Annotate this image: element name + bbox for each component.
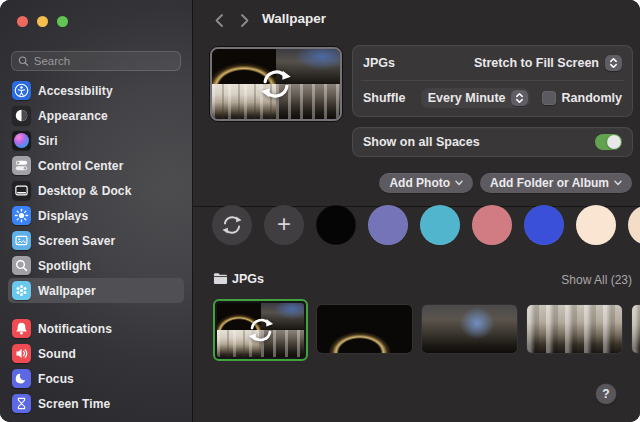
thumb-quadrant	[217, 330, 261, 357]
shuffle-popup-button	[511, 90, 528, 106]
show-on-all-spaces-toggle[interactable]	[595, 134, 622, 150]
wallpaper-icon	[12, 281, 31, 300]
sidebar-item-notifications[interactable]: Notifications	[8, 316, 184, 341]
chevron-down-icon	[455, 180, 463, 186]
sidebar-item-label: Appearance	[38, 109, 108, 123]
wallpaper-thumbnail[interactable]	[422, 305, 517, 353]
color-swatch-black[interactable]	[316, 205, 356, 245]
sidebar-item-label: Siri	[38, 134, 58, 148]
color-swatch-cream[interactable]	[576, 205, 616, 245]
add-folder-label: Add Folder or Album	[490, 176, 609, 190]
close-window-button[interactable]	[17, 16, 28, 27]
sidebar-item-label: Notifications	[38, 322, 112, 336]
thumbnail-image	[217, 303, 304, 357]
wallpaper-pane: Wallpaper JPGs	[193, 0, 640, 422]
sidebar-item-desktop-dock[interactable]: Desktop & Dock	[8, 178, 184, 203]
sidebar-item-label: Screen Saver	[38, 234, 115, 248]
search-input[interactable]	[34, 55, 174, 67]
wallpaper-thumbnail[interactable]	[317, 305, 412, 353]
shuffle-label: Shuffle	[363, 91, 405, 105]
sound-icon	[12, 344, 31, 363]
fill-mode-popup-button[interactable]	[605, 55, 622, 71]
sidebar-list: Accessibility Appearance Siri Co	[8, 78, 184, 416]
notifications-icon	[12, 319, 31, 338]
fill-mode-value[interactable]: Stretch to Fill Screen	[474, 56, 599, 70]
add-color-button[interactable]: +	[264, 205, 304, 245]
system-settings-app: Accessibility Appearance Siri Co	[0, 0, 640, 422]
preview-quadrant	[212, 84, 276, 119]
color-swatch-blue[interactable]	[524, 205, 564, 245]
sidebar-item-label: Spotlight	[38, 259, 91, 273]
chevron-down-icon	[614, 180, 622, 186]
sidebar-item-label: Screen Time	[38, 397, 110, 411]
sidebar-item-accessibility[interactable]: Accessibility	[8, 78, 184, 103]
up-down-chevrons-icon	[609, 57, 618, 69]
sidebar-item-displays[interactable]: Displays	[8, 203, 184, 228]
randomly-checkbox[interactable]	[542, 91, 556, 105]
thumb-quadrant	[261, 303, 305, 330]
help-button[interactable]: ?	[596, 384, 616, 404]
spotlight-icon	[12, 256, 31, 275]
desktop-dock-icon	[12, 181, 31, 200]
window-controls	[17, 16, 68, 27]
color-swatch-cream-2[interactable]	[628, 205, 640, 245]
wallpaper-thumbnail-selected[interactable]	[213, 299, 308, 361]
shuffle-colors-button[interactable]	[212, 205, 252, 245]
system-settings-window: Accessibility Appearance Siri Co	[0, 0, 640, 422]
preview-quadrant	[212, 49, 276, 84]
color-swatch-row: +	[212, 205, 640, 245]
sidebar-item-label: Accessibility	[38, 84, 113, 98]
forward-button[interactable]	[239, 12, 251, 28]
library-section-title: JPGs	[232, 272, 264, 286]
control-center-icon	[12, 156, 31, 175]
wallpaper-thumbnail[interactable]	[632, 305, 640, 353]
show-all-link[interactable]: Show All (23)	[561, 273, 632, 287]
sidebar-item-label: Sound	[38, 347, 76, 361]
zoom-window-button[interactable]	[57, 16, 68, 27]
color-swatch-rose[interactable]	[472, 205, 512, 245]
siri-icon	[12, 131, 31, 150]
back-button[interactable]	[213, 12, 225, 28]
help-label: ?	[602, 387, 609, 401]
sidebar-item-label: Wallpaper	[38, 284, 96, 298]
accessibility-icon	[12, 81, 31, 100]
search-icon	[18, 55, 29, 67]
toggle-knob	[607, 135, 621, 149]
sidebar: Accessibility Appearance Siri Co	[0, 0, 193, 422]
spaces-box: Show on all Spaces	[352, 127, 633, 157]
add-buttons: Add Photo Add Folder or Album	[379, 173, 632, 193]
sidebar-item-siri[interactable]: Siri	[8, 128, 184, 153]
sidebar-item-label: Displays	[38, 209, 88, 223]
sidebar-item-screen-saver[interactable]: Screen Saver	[8, 228, 184, 253]
screen-saver-icon	[12, 231, 31, 250]
spaces-label: Show on all Spaces	[363, 135, 480, 149]
shuffle-interval-popup[interactable]: Every Minute	[421, 88, 530, 108]
wallpaper-thumbnail[interactable]	[527, 305, 622, 353]
plus-icon: +	[277, 212, 291, 236]
sidebar-item-spotlight[interactable]: Spotlight	[8, 253, 184, 278]
color-swatch-teal[interactable]	[420, 205, 460, 245]
search-field	[11, 51, 181, 71]
color-swatch-periwinkle[interactable]	[368, 205, 408, 245]
sidebar-item-appearance[interactable]: Appearance	[8, 103, 184, 128]
folder-icon	[213, 272, 228, 285]
add-folder-or-album-button[interactable]: Add Folder or Album	[480, 173, 632, 193]
displays-icon	[12, 206, 31, 225]
page-title: Wallpaper	[262, 11, 326, 26]
sidebar-item-focus[interactable]: Focus	[8, 366, 184, 391]
screen-time-icon	[12, 394, 31, 413]
preview-quadrant	[276, 84, 340, 119]
sidebar-item-label: Desktop & Dock	[38, 184, 131, 198]
minimize-window-button[interactable]	[37, 16, 48, 27]
sidebar-item-screen-time[interactable]: Screen Time	[8, 391, 184, 416]
sidebar-item-control-center[interactable]: Control Center	[8, 153, 184, 178]
shuffle-interval-value: Every Minute	[428, 91, 506, 105]
jpgs-row: JPGs Stretch to Fill Screen	[353, 46, 632, 80]
wallpaper-options-box: JPGs Stretch to Fill Screen Shuffle Ever…	[352, 45, 633, 117]
up-down-chevrons-icon	[515, 92, 524, 104]
sidebar-item-wallpaper[interactable]: Wallpaper	[8, 278, 184, 303]
add-photo-button[interactable]: Add Photo	[379, 173, 473, 193]
shuffle-row: Shuffle Every Minute Randomly	[353, 81, 632, 115]
preview-quadrant	[276, 49, 340, 84]
sidebar-item-sound[interactable]: Sound	[8, 341, 184, 366]
